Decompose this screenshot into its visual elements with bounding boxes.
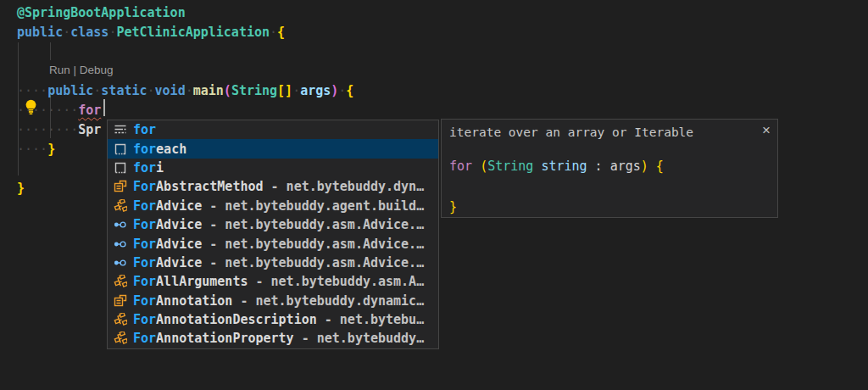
class-icon	[114, 294, 127, 308]
suggest-item-detail: - net.bytebuddy.asm.Advice.…	[202, 217, 424, 232]
code-token: public	[17, 25, 63, 40]
code-token: :	[587, 159, 610, 174]
suggest-item[interactable]: ForAdvice - net.bytebuddy.agent.build…	[108, 197, 438, 215]
run-link[interactable]: Run	[49, 64, 70, 76]
code-token: PetClinicApplication	[116, 25, 270, 40]
docs-code-line: }	[449, 199, 457, 214]
suggest-item-label: ForAbstractMethod	[133, 179, 264, 194]
suggest-item-detail: - net.bytebu…	[317, 312, 424, 327]
code-token: ·	[63, 25, 70, 40]
snippet-box-icon	[114, 142, 127, 156]
code-token: ·	[147, 83, 155, 98]
suggest-item[interactable]: ForAnnotation - net.bytebuddy.dynamic…	[108, 292, 438, 310]
docs-code-line: for (String string : args) {	[449, 159, 664, 174]
code-token: {	[346, 83, 353, 98]
suggest-item[interactable]: ForAbstractMethod - net.bytebuddy.dyn…	[108, 177, 438, 196]
suggest-item-label: ForAnnotationProperty	[133, 331, 294, 346]
code-token: ·	[338, 83, 346, 98]
code-token: static	[101, 83, 147, 98]
suggest-item[interactable]: ForAdvice - net.bytebuddy.asm.Advice.…	[108, 254, 438, 272]
code-token: (	[224, 83, 231, 98]
suggest-item-label: for	[133, 122, 156, 137]
code-token: void	[155, 83, 186, 98]
code-token	[472, 159, 480, 174]
code-token: main	[193, 83, 224, 98]
codelens-separator: |	[70, 64, 80, 76]
code-token	[648, 159, 656, 174]
code-token: String	[231, 83, 277, 98]
suggest-item-label: ForAnnotationDescription	[133, 312, 317, 327]
suggest-item[interactable]: foreach	[108, 139, 438, 158]
code-line: ····}	[17, 140, 55, 159]
code-token: public	[47, 83, 93, 98]
code-token: @SpringBootApplication	[17, 5, 186, 20]
suggest-item-detail: - net.bytebuddy.agent.build…	[202, 198, 424, 214]
snippet-box-icon	[114, 161, 127, 175]
suggest-item[interactable]: ForAdvice - net.bytebuddy.asm.Advice.…	[108, 215, 438, 234]
code-token: args	[300, 83, 331, 98]
lightbulb-icon[interactable]	[22, 98, 40, 116]
suggest-item-label: ForAdvice	[133, 198, 202, 214]
code-token: String	[487, 159, 533, 174]
docs-summary: iterate over an array or Iterable	[449, 125, 693, 139]
text-cursor	[103, 99, 105, 116]
snippet-lines-icon	[114, 123, 127, 136]
interface-icon	[114, 237, 127, 251]
suggest-item-label: ForAnnotation	[133, 293, 232, 309]
suggest-item[interactable]: fori	[108, 159, 438, 177]
suggest-item-detail: - net.bytebuddy.dyn…	[264, 179, 425, 194]
code-line: ········Spr	[17, 120, 101, 140]
close-icon[interactable]: ×	[762, 122, 771, 139]
class-icon	[114, 180, 127, 193]
code-line: ····public·static·void·main(String[]·arg…	[17, 81, 353, 101]
code-token: args	[610, 159, 641, 174]
codelens: Run | Debug	[49, 64, 114, 76]
struct-icon	[114, 199, 127, 213]
interface-icon	[114, 256, 127, 270]
suggest-item[interactable]: ForAdvice - net.bytebuddy.asm.Advice.…	[108, 234, 438, 253]
code-token: ·	[186, 83, 193, 98]
code-token: (	[480, 159, 487, 174]
struct-icon	[114, 332, 127, 345]
debug-link[interactable]: Debug	[80, 64, 114, 76]
code-token: ·	[93, 83, 101, 98]
struct-icon	[114, 313, 127, 326]
suggest-item-detail: - net.bytebuddy…	[294, 331, 425, 346]
suggest-item-label: ForAllArguments	[133, 274, 248, 289]
suggest-item-label: foreach	[133, 142, 186, 157]
code-line: public·class·PetClinicApplication·{	[17, 23, 285, 42]
suggest-item-detail: - net.bytebuddy.asm.A…	[248, 274, 424, 289]
suggest-widget: for foreach fori ForAbstractMethod - net…	[107, 120, 439, 349]
code-token: ····	[17, 142, 47, 157]
suggest-item[interactable]: for	[108, 120, 438, 139]
suggest-item-label: ForAdvice	[133, 217, 202, 232]
code-token: }	[449, 199, 457, 214]
code-token: ····	[17, 83, 47, 98]
code-token: {	[656, 159, 664, 174]
code-line: }	[17, 179, 25, 198]
suggest-item-label: ForAdvice	[133, 237, 202, 252]
code-token: }	[47, 142, 55, 157]
suggest-item-detail: - net.bytebuddy.dynamic…	[232, 293, 424, 309]
code-token: )	[641, 159, 648, 174]
indent-guide	[50, 42, 51, 60]
suggest-docs-widget: iterate over an array or Iterable × for …	[441, 119, 778, 218]
suggest-item-detail: - net.bytebuddy.asm.Advice.…	[202, 255, 424, 270]
interface-icon	[114, 218, 127, 231]
code-token: )	[331, 83, 338, 98]
code-line: @SpringBootApplication	[17, 3, 186, 23]
code-token: for	[78, 103, 101, 118]
suggest-item-label: fori	[133, 160, 164, 176]
code-token: Spr	[78, 122, 101, 137]
code-token: for	[449, 159, 472, 174]
code-editor[interactable]: @SpringBootApplicationpublic·class·PetCl…	[0, 0, 868, 390]
suggest-item[interactable]: ForAnnotationProperty - net.bytebuddy…	[108, 329, 438, 348]
suggest-item[interactable]: ForAllArguments - net.bytebuddy.asm.A…	[108, 272, 438, 291]
suggest-item[interactable]: ForAnnotationDescription - net.bytebu…	[108, 310, 438, 329]
code-token: ·	[270, 25, 277, 40]
code-token: string	[541, 159, 587, 174]
code-token: {	[277, 25, 285, 40]
code-token: ········	[17, 122, 78, 137]
code-token: ·	[292, 83, 300, 98]
suggest-item-label: ForAdvice	[133, 255, 202, 270]
